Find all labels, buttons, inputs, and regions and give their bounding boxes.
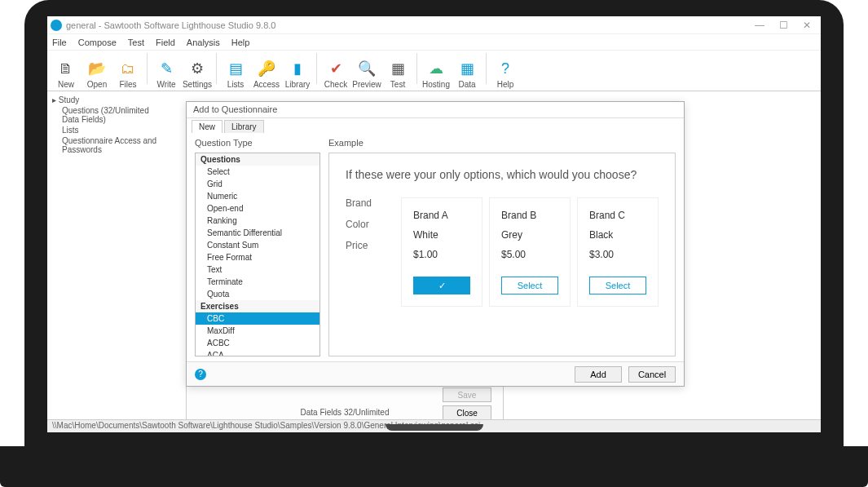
files-icon: 🗂 [121,57,135,80]
menu-field[interactable]: Field [156,38,175,47]
library-button[interactable]: ▮Library [284,57,311,89]
question-type-item[interactable]: Quota [196,288,319,300]
app-icon [51,20,62,31]
question-type-item[interactable]: Grid [196,178,319,190]
save-button[interactable]: Save [443,387,491,402]
dialog-title: Add to Questionnaire [187,102,684,118]
question-type-item[interactable]: Numeric [196,190,319,202]
tree-item[interactable]: Questions (32/Unlimited Data Fields) [52,105,165,125]
write-button[interactable]: ✎Write [152,57,180,89]
cbc-attr-label: Price [346,240,394,251]
question-type-item[interactable]: ACA [196,349,319,356]
help-icon: ? [501,57,509,80]
toolbar-label: Open [87,80,107,89]
cbc-brand: Brand B [501,210,558,221]
cbc-price: $5.00 [501,249,558,260]
question-type-item[interactable]: Select [196,166,319,178]
menubar[interactable]: FileComposeTestFieldAnalysisHelp [47,34,821,51]
question-type-list[interactable]: QuestionsSelectGridNumericOpen-endRankin… [195,153,320,356]
cbc-select-button[interactable]: Select [589,277,646,294]
files-button[interactable]: 🗂Files [114,57,142,89]
new-icon: 🗎 [59,57,73,80]
toolbar-label: Preview [352,80,381,89]
check-icon: ✔ [330,57,342,80]
toolbar-label: Data [458,80,475,89]
library-icon: ▮ [293,57,302,80]
question-type-item[interactable]: Ranking [196,215,319,227]
cbc-select-button[interactable]: ✓ [413,277,470,294]
cbc-select-button[interactable]: Select [501,277,558,294]
cbc-brand: Brand A [413,210,470,221]
toolbar-label: Hosting [422,80,450,89]
test-icon: ▦ [391,57,405,80]
toolbar-label: Help [497,80,514,89]
open-button[interactable]: 📂Open [83,57,111,89]
question-type-item[interactable]: MaxDiff [196,325,319,337]
write-icon: ✎ [161,57,173,80]
laptop-base [0,446,868,487]
titlebar: general - Sawtooth Software Lighthouse S… [47,16,821,34]
group-header: Questions [196,153,319,166]
maximize-button[interactable]: ☐ [779,20,788,31]
cbc-brand: Brand C [589,210,646,221]
cbc-option: Brand CBlack$3.00Select [577,197,659,307]
tree-view[interactable]: ▸ Study Questions (32/Unlimited Data Fie… [47,91,170,419]
toolbar-label: Access [253,80,280,89]
access-button[interactable]: 🔑Access [253,57,280,89]
cbc-color: Black [589,229,646,241]
preview-button[interactable]: 🔍Preview [353,57,381,89]
preview-icon: 🔍 [358,57,376,80]
question-type-item[interactable]: Free Format [196,251,319,263]
settings-button[interactable]: ⚙Settings [183,57,211,89]
add-to-questionnaire-dialog: Add to Questionnaire NewLibrary Question… [186,101,685,387]
close-panel-button[interactable]: Close [443,405,491,420]
menu-test[interactable]: Test [128,38,144,47]
question-type-item[interactable]: Constant Sum [196,239,319,251]
cbc-color: Grey [501,229,558,241]
app-window: general - Sawtooth Software Lighthouse S… [47,16,821,432]
tree-item[interactable]: Lists [52,125,165,135]
toolbar-label: Test [390,80,405,89]
example-label: Example [328,138,676,148]
tab-library[interactable]: Library [224,120,264,133]
data-button[interactable]: ▦Data [453,57,481,89]
toolbar-label: Write [156,80,175,89]
question-type-item[interactable]: Text [196,263,319,276]
cbc-option: Brand AWhite$1.00✓ [401,197,482,307]
menu-compose[interactable]: Compose [78,38,117,47]
tree-root[interactable]: ▸ Study [52,95,165,105]
check-button[interactable]: ✔Check [322,57,350,89]
add-button[interactable]: Add [575,366,622,383]
new-button[interactable]: 🗎New [52,57,80,89]
menu-analysis[interactable]: Analysis [187,38,220,47]
settings-icon: ⚙ [191,57,204,80]
access-icon: 🔑 [258,57,275,80]
question-type-item[interactable]: CBC [196,312,319,325]
test-button[interactable]: ▦Test [384,57,412,89]
data-icon: ▦ [460,57,474,80]
tree-item[interactable]: Questionnaire Access and Passwords [52,135,165,155]
menu-file[interactable]: File [52,38,67,47]
question-type-item[interactable]: Open-end [196,202,319,215]
hosting-button[interactable]: ☁Hosting [422,57,450,89]
cbc-attr-label: Brand [346,197,394,209]
laptop-trackpad [386,424,483,431]
question-type-label: Question Type [195,138,320,148]
tab-new[interactable]: New [192,120,223,133]
help-button[interactable]: ?Help [491,57,519,89]
example-question: If these were your only options, which w… [346,168,659,181]
menu-help[interactable]: Help [231,38,250,47]
close-button[interactable]: ✕ [803,20,811,31]
lists-button[interactable]: ▤Lists [222,57,249,89]
hosting-icon: ☁ [429,57,443,80]
cbc-attr-label: Color [346,219,394,230]
toolbar-label: Library [285,80,311,89]
question-type-item[interactable]: ACBC [196,337,319,349]
question-type-item[interactable]: Semantic Differential [196,227,319,239]
minimize-button[interactable]: — [755,20,764,31]
cancel-button[interactable]: Cancel [628,366,676,383]
cbc-color: White [413,229,470,241]
example-preview: If these were your only options, which w… [328,153,676,356]
help-dialog-icon[interactable]: ? [195,369,206,380]
question-type-item[interactable]: Terminate [196,276,319,288]
